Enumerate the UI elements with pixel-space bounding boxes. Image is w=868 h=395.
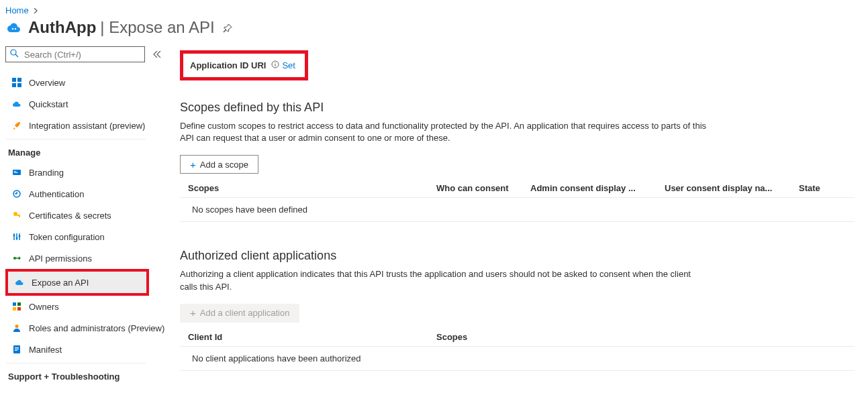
add-scope-label: Add a scope: [200, 160, 248, 170]
search-input[interactable]: [5, 46, 145, 62]
svg-rect-6: [12, 83, 16, 87]
sidebar-item-token[interactable]: Token configuration: [5, 226, 168, 247]
svg-rect-28: [15, 347, 19, 348]
svg-rect-9: [14, 171, 17, 172]
col-who: Who can consent: [436, 183, 530, 193]
breadcrumb-home[interactable]: Home: [5, 5, 29, 15]
add-client-label: Add a client application: [200, 308, 290, 318]
main-content: Application ID URI Set Scopes defined by…: [168, 46, 868, 386]
api-icon: [11, 253, 22, 264]
svg-rect-10: [14, 172, 18, 173]
svg-rect-29: [15, 349, 19, 349]
plus-icon: +: [190, 308, 196, 318]
sidebar-item-roles[interactable]: Roles and administrators (Preview): [5, 317, 168, 339]
sidebar-item-label: Authentication: [29, 189, 84, 199]
sidebar-item-label: Roles and administrators (Preview): [29, 323, 164, 333]
col-admin: Admin consent display ...: [530, 183, 665, 193]
rocket-icon: [11, 120, 22, 131]
sidebar-item-label: Expose an API: [32, 278, 89, 288]
svg-point-0: [12, 28, 13, 30]
sidebar-item-label: Manifest: [29, 345, 62, 355]
auth-icon: [11, 188, 22, 199]
svg-rect-13: [17, 215, 20, 216]
scopes-section-desc: Define custom scopes to restrict access …: [180, 120, 710, 144]
sidebar-item-label: Token configuration: [29, 232, 105, 242]
grid-icon: [11, 77, 22, 88]
breadcrumb: Home: [0, 0, 868, 18]
table-header: Scopes Who can consent Admin consent dis…: [180, 179, 855, 198]
sidebar-item-authentication[interactable]: Authentication: [5, 183, 168, 205]
svg-rect-7: [17, 83, 21, 87]
clients-table: Client Id Scopes No client applications …: [180, 328, 855, 371]
sidebar-section-manage: Manage: [5, 142, 168, 162]
key-icon: [11, 210, 22, 221]
highlight-box-expose: Expose an API: [5, 269, 149, 296]
scopes-section-title: Scopes defined by this API: [180, 101, 855, 115]
divider: [5, 139, 146, 139]
sidebar-item-label: Overview: [29, 78, 65, 88]
pin-icon[interactable]: [223, 18, 232, 37]
sidebar-item-integration[interactable]: Integration assistant (preview): [5, 115, 168, 136]
sidebar: Overview Quickstart Integration assistan…: [0, 46, 168, 386]
svg-point-26: [15, 325, 19, 328]
svg-point-20: [19, 235, 21, 237]
auth-clients-title: Authorized client applications: [180, 249, 855, 263]
no-clients-text: No client applications have been authori…: [192, 353, 361, 363]
sidebar-item-expose-api[interactable]: Expose an API: [8, 272, 146, 293]
col-scopes: Scopes: [188, 183, 436, 193]
svg-point-1: [15, 28, 16, 30]
svg-rect-22: [13, 302, 16, 306]
table-header: Client Id Scopes: [180, 328, 855, 347]
sidebar-item-owners[interactable]: Owners: [5, 296, 168, 317]
col-clientid: Client Id: [188, 332, 436, 342]
add-scope-button[interactable]: + Add a scope: [180, 155, 258, 174]
table-empty-row: No scopes have been defined: [180, 198, 855, 222]
chevron-right-icon: [33, 7, 38, 15]
sidebar-item-label: Integration assistant (preview): [29, 121, 145, 131]
svg-point-19: [16, 237, 18, 239]
svg-line-3: [15, 54, 18, 57]
svg-point-2: [11, 50, 16, 55]
sidebar-item-label: Branding: [29, 168, 64, 178]
no-scopes-text: No scopes have been defined: [192, 205, 307, 215]
col-client-scopes: Scopes: [436, 332, 847, 342]
sidebar-item-overview[interactable]: Overview: [5, 72, 168, 93]
cloud-arrow-icon: [11, 99, 22, 109]
svg-rect-30: [15, 350, 17, 351]
app-icon: [5, 19, 21, 36]
collapse-sidebar-icon[interactable]: [153, 50, 161, 60]
person-icon: [11, 323, 22, 333]
scopes-table: Scopes Who can consent Admin consent dis…: [180, 179, 855, 222]
manifest-icon: [11, 344, 22, 355]
cloud-api-icon: [14, 277, 25, 288]
auth-clients-desc: Authorizing a client application indicat…: [180, 268, 710, 292]
sidebar-item-api-permissions[interactable]: API permissions: [5, 247, 168, 269]
info-icon[interactable]: [271, 60, 279, 70]
sidebar-item-manifest[interactable]: Manifest: [5, 339, 168, 360]
svg-rect-24: [13, 307, 16, 311]
divider: [5, 363, 146, 363]
sidebar-item-certificates[interactable]: Certificates & secrets: [5, 205, 168, 226]
svg-rect-25: [17, 307, 21, 311]
svg-point-21: [13, 257, 16, 260]
sidebar-item-label: Certificates & secrets: [29, 211, 111, 221]
idcard-icon: [11, 167, 22, 178]
sidebar-item-label: API permissions: [29, 253, 92, 264]
search-icon: [10, 49, 19, 60]
add-client-button: + Add a client application: [180, 304, 299, 323]
sidebar-item-quickstart[interactable]: Quickstart: [5, 93, 168, 115]
svg-rect-14: [19, 216, 20, 217]
sliders-icon: [11, 231, 22, 242]
owners-icon: [11, 301, 22, 312]
set-link[interactable]: Set: [282, 60, 295, 70]
svg-rect-33: [275, 62, 276, 63]
sidebar-item-branding[interactable]: Branding: [5, 162, 168, 183]
svg-rect-5: [17, 78, 21, 82]
col-user: User consent display na...: [665, 183, 799, 193]
plus-icon: +: [190, 160, 196, 170]
page-header: AuthApp | Expose an API: [0, 18, 868, 46]
svg-point-18: [13, 235, 15, 237]
app-id-uri-label: Application ID URI: [190, 60, 266, 70]
sidebar-section-support: Support + Troubleshooting: [5, 366, 168, 386]
sidebar-item-label: Quickstart: [29, 99, 68, 109]
